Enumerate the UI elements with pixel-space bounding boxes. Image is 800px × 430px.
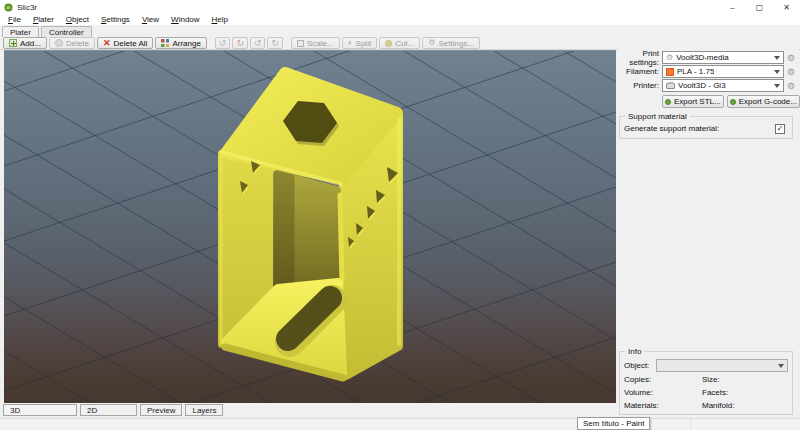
print-settings-value: Voolt3D-media: [676, 53, 728, 62]
chevron-down-icon: [774, 84, 780, 88]
menu-object[interactable]: Object: [60, 15, 95, 24]
rotate-45cw-icon: ↻: [271, 39, 279, 48]
export-gcode-icon: [730, 99, 736, 105]
menu-settings[interactable]: Settings: [95, 15, 136, 24]
info-group-title: Info: [625, 347, 644, 356]
arrange-button-label: Arrange: [172, 39, 200, 48]
maximize-button[interactable]: ▢: [746, 0, 773, 14]
chevron-down-icon: [778, 364, 784, 368]
settings-icon: ⚙: [428, 39, 435, 47]
scale-icon: [297, 40, 304, 47]
split-icon: ◐: [348, 39, 353, 47]
tab-preview[interactable]: Preview: [140, 404, 182, 416]
filament-gear-button[interactable]: ⚙: [784, 67, 798, 77]
tab-controller[interactable]: Controller: [41, 26, 92, 37]
3d-viewport[interactable]: [4, 50, 616, 403]
menu-bar: File Plater Object Settings View Window …: [0, 14, 800, 26]
add-button[interactable]: Add...: [3, 37, 47, 49]
size-label: Size:: [702, 375, 788, 384]
delete-all-button[interactable]: ✕ Delete All: [97, 37, 153, 49]
window-title: Slic3r: [17, 3, 37, 12]
view-tab-bar: 3D 2D Preview Layers: [3, 404, 223, 416]
info-group: Info Object: Copies: Size: Volume: Facet…: [619, 351, 793, 415]
support-group-title: Support material: [625, 112, 690, 121]
delete-all-button-label: Delete All: [114, 39, 148, 48]
delete-all-icon: ✕: [103, 39, 111, 47]
export-stl-label: Export STL...: [674, 97, 721, 106]
rotate-45ccw-button[interactable]: ↺: [250, 37, 266, 49]
menu-file[interactable]: File: [2, 15, 27, 24]
menu-plater[interactable]: Plater: [27, 15, 60, 24]
object-label: Object:: [624, 361, 656, 370]
rotate-ccw-icon: ↺: [219, 39, 227, 48]
add-button-label: Add...: [20, 39, 41, 48]
delete-button[interactable]: Delete: [49, 37, 95, 49]
printer-value: Voolt3D - Gi3: [678, 81, 726, 90]
cut-button-label: Cut...: [395, 39, 414, 48]
scale-button-label: Scale...: [307, 39, 334, 48]
facets-label: Facets:: [702, 388, 788, 397]
taskbar-tooltip: Sem título - Paint: [577, 417, 650, 430]
tab-3d[interactable]: 3D: [3, 404, 77, 416]
filament-select[interactable]: PLA - 1.75: [662, 65, 784, 78]
main-tab-row: Plater Controller: [0, 26, 800, 37]
chevron-down-icon: [774, 56, 780, 60]
close-button[interactable]: ✕: [773, 0, 800, 14]
rotate-cw-button[interactable]: ↻: [232, 37, 248, 49]
scale-button[interactable]: Scale...: [291, 37, 340, 49]
support-material-group: Support material Generate support materi…: [619, 116, 793, 139]
filament-value: PLA - 1.75: [677, 67, 714, 76]
menu-window[interactable]: Window: [165, 15, 205, 24]
print-settings-gear-button[interactable]: ⚙: [784, 53, 798, 63]
bed-grid-and-model: [4, 51, 616, 403]
export-gcode-button[interactable]: Export G-code...: [727, 95, 800, 108]
filament-label: Filament:: [618, 67, 662, 76]
delete-button-label: Delete: [66, 39, 89, 48]
arrange-icon: [161, 39, 169, 47]
object-select[interactable]: [656, 359, 788, 372]
export-stl-icon: [665, 99, 671, 105]
filament-swatch-icon: [666, 68, 674, 76]
chevron-down-icon: [774, 70, 780, 74]
printer-select[interactable]: Voolt3D - Gi3: [662, 79, 784, 92]
menu-help[interactable]: Help: [206, 15, 234, 24]
slic3r-logo-icon: [4, 3, 13, 12]
print-settings-select[interactable]: ⚙ Voolt3D-media: [662, 51, 784, 64]
rotate-45cw-button[interactable]: ↻: [267, 37, 283, 49]
materials-label: Materials:: [624, 401, 702, 410]
copies-label: Copies:: [624, 375, 702, 384]
settings-button[interactable]: ⚙ Settings...: [422, 37, 480, 49]
generate-support-checkbox[interactable]: ✓: [775, 124, 785, 134]
print-settings-label: Print settings:: [618, 49, 662, 67]
tab-2d[interactable]: 2D: [80, 404, 137, 416]
export-stl-button[interactable]: Export STL...: [662, 95, 724, 108]
volume-label: Volume:: [624, 388, 702, 397]
generate-support-label: Generate support material:: [624, 124, 724, 134]
export-gcode-label: Export G-code...: [739, 97, 797, 106]
manifold-label: Manifold:: [702, 401, 788, 410]
delete-icon: [55, 39, 63, 47]
menu-view[interactable]: View: [136, 15, 165, 24]
printer-gear-button[interactable]: ⚙: [784, 81, 798, 91]
settings-panel: Print settings: ⚙ Voolt3D-media ⚙ Filame…: [618, 48, 798, 417]
bottom-strip: [0, 418, 800, 430]
cut-icon: [385, 40, 392, 47]
title-bar: Slic3r – ▢ ✕: [0, 0, 800, 14]
bracket-model: [221, 73, 399, 378]
split-button[interactable]: ◐ Split: [342, 37, 377, 49]
cut-button[interactable]: Cut...: [379, 37, 420, 49]
tab-plater[interactable]: Plater: [2, 26, 39, 37]
rotate-45ccw-icon: ↺: [254, 39, 262, 48]
preset-gear-icon: ⚙: [666, 53, 673, 62]
rotate-cw-icon: ↻: [236, 39, 244, 48]
printer-icon: [666, 83, 675, 89]
split-button-label: Split: [356, 39, 372, 48]
tab-layers[interactable]: Layers: [185, 404, 223, 416]
arrange-button[interactable]: Arrange: [155, 37, 206, 49]
add-icon: [9, 39, 17, 47]
taskbar-separator: [690, 419, 691, 430]
printer-label: Printer:: [618, 81, 662, 90]
minimize-button[interactable]: –: [719, 0, 746, 14]
settings-button-label: Settings...: [438, 39, 474, 48]
rotate-ccw-button[interactable]: ↺: [215, 37, 231, 49]
